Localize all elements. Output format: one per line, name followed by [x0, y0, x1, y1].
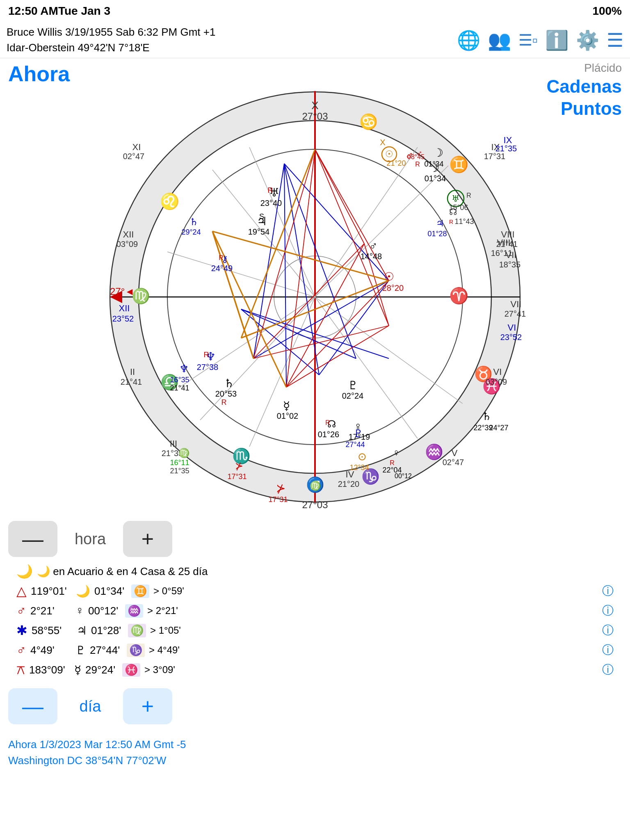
outer-sun-pos: 21°20 [386, 159, 406, 167]
planet-1: 🌙 [76, 584, 90, 598]
arrow-2: > 2°21' [147, 605, 178, 616]
ic-degree: 27°03 [302, 499, 328, 510]
virgo-2-deg: 16°11 [170, 459, 189, 467]
outer-venus-v: 00°12 [395, 472, 412, 479]
outer-mercury-sag-deg: 17°31 [227, 472, 247, 481]
planet-3: ♃ [77, 624, 87, 637]
info-btn-4[interactable]: ⓘ [602, 642, 614, 658]
sag-marker-deg: 17°31 [268, 495, 288, 504]
zodiac-aquarius: ♒ [425, 443, 443, 461]
outer-chiron-degree: 29°24 [181, 228, 201, 236]
jupiter-degree: 19°54 [248, 227, 270, 236]
info-btn-1[interactable]: ⓘ [602, 583, 614, 599]
outer-node-r: R [449, 219, 453, 225]
outer-moon-deg: 01°34 [424, 160, 443, 168]
h2-degree: 21°41 [121, 377, 142, 386]
outer-pluto-degree: 12°34 [349, 463, 369, 472]
aspect-value-5: 183°09' [29, 664, 70, 676]
outer-neptune-2: 21°41 [170, 384, 189, 392]
aspect-symbol-2: ♂ [16, 603, 26, 619]
outer-pluto-symbol: ⊙ [358, 450, 367, 463]
ahora-label: Ahora [8, 62, 70, 119]
h9-degree: 17°31 [484, 152, 506, 161]
aspect-row-3: ✱ 58°55' ♃ 01°28' ♍ > 1°05' ⓘ [16, 623, 614, 638]
aspect-symbol-5: ⚻ [16, 662, 25, 678]
hora-plus-button[interactable]: + [123, 521, 172, 557]
header-info: Bruce Willis 3/19/1955 Sab 6:32 PM Gmt +… [7, 25, 215, 55]
zodiac-leo: ♌ [160, 192, 180, 211]
person-info: Bruce Willis 3/19/1955 Sab 6:32 PM Gmt +… [7, 25, 215, 40]
header-icons: 🌐 👥 ☰▫ ℹ️ ⚙️ ☰ [457, 29, 623, 51]
settings-icon[interactable]: ⚙️ [576, 29, 599, 51]
outer-pluto-blue: ♇ [354, 427, 363, 440]
puntos-label: Puntos [561, 98, 622, 119]
list-view-icon[interactable]: ☰▫ [518, 31, 538, 49]
asc-degree: 27°◄ [110, 286, 135, 297]
mercury-degree: 01°02 [277, 411, 299, 420]
h7b-label: VI [508, 322, 516, 333]
arrow-1: > 0°59' [153, 585, 184, 597]
footer-line2: Washington DC 38°54'N 77°02'W [8, 753, 622, 769]
aspect-row-4: ♂ 4°49' ♇ 27°44' ♑ > 4°49' ⓘ [16, 642, 614, 658]
info-btn-2[interactable]: ⓘ [602, 603, 614, 619]
status-time: 12:50 AM [8, 5, 58, 18]
menu-icon[interactable]: ☰ [607, 29, 623, 51]
outer-jupiter-label: ♃ [436, 218, 444, 228]
sun-degree: 28°20 [382, 283, 404, 292]
h6-degree: 03°09 [486, 377, 507, 386]
right-labels: Plácido Cadenas Puntos [547, 62, 622, 119]
zodiac-1: ♊ [131, 584, 149, 598]
degree-2: 00°12' [88, 605, 121, 617]
h12-degree: 03°09 [116, 240, 138, 249]
h11-degree: 02°47 [123, 152, 145, 161]
degree-3: 01°28' [91, 624, 124, 637]
uranus-degree: 23°40 [260, 199, 282, 208]
aspect-header-row: 🌙 🌙 en Acuario & en 4 Casa & 25 día [16, 564, 614, 579]
arrow-5: > 3°09' [144, 664, 175, 676]
sag-marker: ⊁ [276, 482, 285, 495]
footer-note: Ahora 1/3/2023 Mar 12:50 AM Gmt -5 Washi… [0, 734, 630, 771]
globe-icon[interactable]: 🌐 [457, 29, 480, 51]
aspect-header-text: 🌙 en Acuario & en 4 Casa & 25 día [37, 565, 208, 578]
people-icon[interactable]: 👥 [488, 29, 511, 51]
virgo-2: ♍ [178, 447, 190, 459]
outer-deg-8: 11°43 [454, 217, 474, 226]
h5-label: V [452, 448, 458, 458]
dia-plus-button[interactable]: + [123, 688, 172, 724]
status-date: Tue Jan 3 [58, 5, 110, 18]
northnode-r-label: R [325, 419, 330, 426]
info-btn-5[interactable]: ⓘ [602, 662, 614, 678]
planet-2: ♀ [75, 604, 84, 617]
mars-symbol: ♂ [369, 240, 378, 252]
chiron-r-label: R [219, 254, 224, 261]
info-icon[interactable]: ℹ️ [545, 29, 568, 51]
degree-5: 29°24' [85, 664, 118, 676]
hora-minus-button[interactable]: — [8, 521, 57, 557]
outer-saturn-symbol: ♄ [482, 410, 491, 422]
cadenas-label: Cadenas [547, 76, 622, 97]
zodiac-2: ♒ [125, 604, 143, 618]
zodiac-5: ♓ [122, 663, 140, 677]
outer-mercury-sag: ⊁ [235, 460, 243, 471]
dia-minus-button[interactable]: — [8, 688, 57, 724]
degree-1: 01°34' [94, 585, 127, 598]
h7b-degree: 23°52 [500, 333, 522, 342]
arrow-3: > 1°05' [150, 625, 181, 636]
aspect-value-4: 4°49' [30, 644, 71, 657]
astro-chart: ♈ ♉ ♊ ♋ ♌ ♍ ♎ ♏ ♐ ♑ ♒ ♓ X 27°0 [98, 80, 532, 514]
info-btn-3[interactable]: ⓘ [602, 623, 614, 638]
h3-virgo: 21°35 [170, 467, 189, 475]
main-content: Ahora Plácido Cadenas Puntos [0, 58, 630, 514]
aspect-symbol-3: ✱ [16, 623, 27, 638]
outer-chiron-symbol: ♄ [189, 216, 199, 227]
placido-label: Plácido [584, 62, 622, 75]
saturn-r-label: R [221, 398, 227, 406]
sun-symbol: ☉ [384, 270, 394, 283]
pluto-symbol: ♇ [348, 379, 358, 392]
outer-venus-symbol: ♀ [393, 447, 400, 458]
h1-label: XII [119, 303, 130, 313]
h3-label: III [170, 438, 177, 449]
outer-jupiter-degree: 01°28 [427, 230, 447, 238]
outer-uranus-symbol: ♅ [452, 194, 460, 204]
arrow-4: > 4°49' [149, 644, 180, 656]
